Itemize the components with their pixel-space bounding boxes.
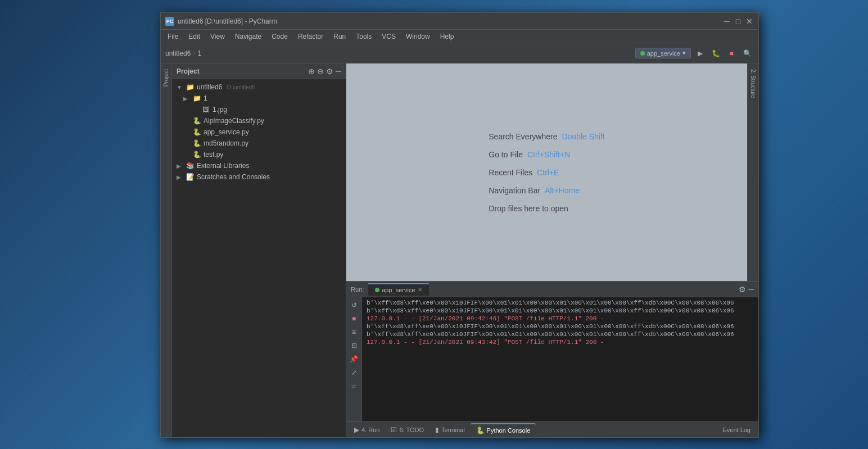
tree-root[interactable]: ▼ 📁 untitled6 D:\untitled6 [172, 81, 346, 93]
filename: md5random.py [204, 139, 248, 147]
maximize-button[interactable]: □ [734, 17, 743, 26]
external-libs-label: External Libraries [197, 162, 249, 170]
run-app-service-tab[interactable]: app_service ✕ [368, 283, 428, 296]
star-button[interactable]: ☆ [349, 380, 360, 392]
terminal-tab-icon: ▮ [435, 426, 439, 434]
menu-edit[interactable]: Edit [184, 31, 205, 42]
arrow-icon: ▼ [177, 84, 183, 90]
scroll-console-button[interactable]: ≡ [349, 326, 360, 338]
project-panel-title: Project [177, 67, 306, 75]
run-panel-tools: ⚙ ─ [739, 285, 754, 294]
project-name: untitled6 [197, 83, 222, 91]
window-controls: ─ □ ✕ [722, 17, 754, 26]
tree-file-md5[interactable]: 🐍 md5random.py [172, 138, 346, 149]
hint-label: Navigation Bar [489, 186, 540, 195]
expand-button[interactable]: ⤢ [349, 367, 360, 378]
settings-icon[interactable]: ⚙ [326, 67, 333, 76]
tab-todo[interactable]: ☑ 6: TODO [385, 424, 430, 436]
run-configuration[interactable]: app_service ▾ [635, 48, 691, 58]
bottom-tabs: ▶ 4: Run ☑ 6: TODO ▮ Terminal 🐍 Python C… [346, 421, 758, 437]
hint-drop-label: Drop files here to open [489, 204, 568, 213]
menu-tools[interactable]: Tools [351, 31, 376, 42]
arrow-icon: ▶ [183, 96, 190, 102]
tree-file-aip[interactable]: 🐍 AipImageClassify.py [172, 115, 346, 126]
hint-recent: Recent Files Ctrl+E [489, 168, 604, 177]
tree-scratches[interactable]: ▶ 📝 Scratches and Consoles [172, 171, 346, 183]
project-tab[interactable]: Project [162, 66, 170, 90]
editor-hints: Search Everywhere Double Shift Go to Fil… [489, 132, 604, 213]
run-config-name: app_service [647, 50, 680, 57]
menu-refactor[interactable]: Refactor [293, 31, 328, 42]
tab-terminal[interactable]: ▮ Terminal [430, 424, 471, 436]
stop-run-button[interactable]: ■ [349, 313, 360, 324]
structure-sidebar: 2: Structure [747, 64, 758, 281]
menu-help[interactable]: Help [436, 31, 459, 42]
debug-button[interactable]: 🐛 [709, 47, 722, 60]
filename: app_service.py [204, 128, 249, 136]
output-line-6: 127.0.0.1 - - [21/Jan/2021 09:43:42] "PO… [367, 339, 754, 346]
hint-shortcut: Alt+Home [545, 186, 580, 195]
menu-window[interactable]: Window [401, 31, 435, 42]
close-run-panel-icon[interactable]: ─ [748, 285, 754, 294]
pycharm-icon: PC [165, 17, 174, 26]
run-tab-icon: ▶ [354, 426, 359, 434]
run-active-indicator [375, 288, 379, 292]
tree-external-libs[interactable]: ▶ 📚 External Libraries [172, 160, 346, 171]
minimize-panel-icon[interactable]: ─ [336, 67, 341, 76]
collapse-icon[interactable]: ⊖ [317, 67, 324, 76]
add-icon[interactable]: ⊕ [308, 67, 315, 76]
bottom-tabs-right: Event Log [717, 424, 756, 436]
hint-shortcut: Ctrl+Shift+N [527, 150, 570, 159]
run-label: Run: [351, 286, 364, 293]
python-icon: 🐍 [192, 128, 201, 137]
library-icon: 📚 [186, 161, 195, 170]
hint-drop: Drop files here to open [489, 204, 604, 213]
tab-python-console[interactable]: 🐍 Python Console [471, 423, 536, 437]
hint-shortcut: Double Shift [562, 132, 604, 141]
hint-label: Go to File [489, 150, 523, 159]
search-button[interactable]: 🔍 [740, 47, 754, 60]
right-area: Search Everywhere Double Shift Go to Fil… [346, 64, 758, 437]
tree-file-test[interactable]: 🐍 test.py [172, 149, 346, 160]
menu-navigate[interactable]: Navigate [230, 31, 266, 42]
file-tree: ▼ 📁 untitled6 D:\untitled6 ▶ 📁 1 🖼 [172, 79, 346, 437]
minimize-button[interactable]: ─ [722, 17, 731, 26]
event-log-label: Event Log [722, 427, 751, 433]
event-log-button[interactable]: Event Log [717, 424, 756, 436]
stop-button[interactable]: ■ [725, 47, 738, 60]
project-panel: Project ⊕ ⊖ ⚙ ─ ▼ 📁 untitled6 D:\untitle… [172, 64, 346, 437]
close-button[interactable]: ✕ [745, 17, 754, 26]
folder-icon: 📁 [186, 83, 195, 92]
tab-terminal-label: Terminal [441, 427, 465, 433]
arrow-icon: ▶ [177, 163, 183, 169]
tab-run[interactable]: ▶ 4: Run [349, 424, 385, 436]
menu-run[interactable]: Run [329, 31, 350, 42]
tree-file-1jpg[interactable]: 🖼 1.jpg [172, 104, 346, 115]
run-button[interactable]: ▶ [693, 47, 707, 60]
window-title: untitled6 [D:\untitled6] - PyCharm [178, 17, 722, 25]
run-panel-header: Run: app_service ✕ ⚙ ─ [346, 282, 758, 297]
menu-code[interactable]: Code [267, 31, 292, 42]
run-tab-label: app_service [382, 287, 415, 293]
menu-file[interactable]: File [163, 31, 183, 42]
editor-area[interactable]: Search Everywhere Double Shift Go to Fil… [346, 64, 747, 281]
run-tab-close[interactable]: ✕ [418, 287, 422, 293]
filename: test.py [204, 151, 223, 158]
hint-goto: Go to File Ctrl+Shift+N [489, 150, 604, 159]
tab-python-console-label: Python Console [487, 427, 531, 434]
settings-icon[interactable]: ⚙ [739, 285, 746, 294]
breadcrumb-project[interactable]: untitled6 [165, 49, 191, 57]
python-icon: 🐍 [192, 150, 201, 159]
tree-folder-1[interactable]: ▶ 📁 1 [172, 93, 346, 104]
tree-file-appservice[interactable]: 🐍 app_service.py [172, 126, 346, 138]
run-status-indicator [640, 51, 645, 56]
structure-tab[interactable]: 2: Structure [749, 66, 757, 102]
menu-vcs[interactable]: VCS [377, 31, 400, 42]
rerun-button[interactable]: ↺ [349, 300, 360, 311]
filter-button[interactable]: ⊟ [349, 340, 360, 351]
breadcrumb-folder[interactable]: 1 [197, 49, 201, 57]
pin-button[interactable]: 📌 [349, 353, 360, 365]
output-line-4: b'\xff\xd8\xff\xe0\x00\x10JFIF\x00\x01\x… [367, 323, 754, 330]
menu-view[interactable]: View [206, 31, 229, 42]
hint-shortcut: Ctrl+E [537, 168, 559, 177]
